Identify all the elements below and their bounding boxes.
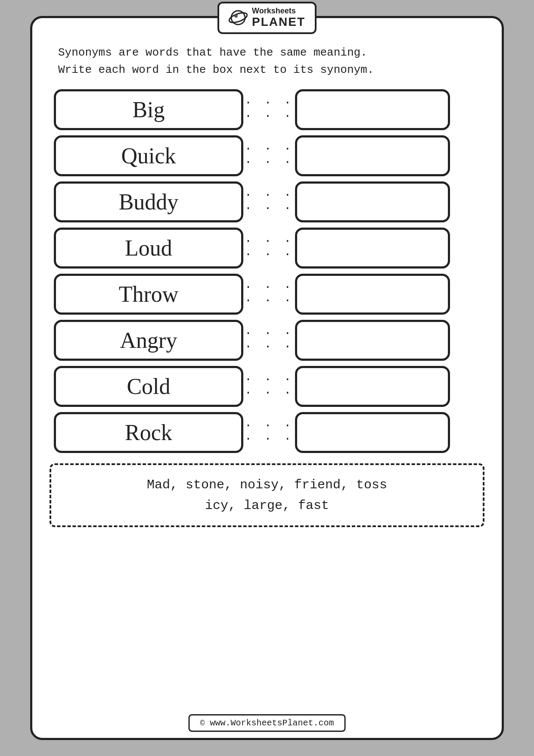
instructions: Synonyms are words that have the same me… (50, 44, 484, 79)
pair-row-rock: Rock · · · · · · (54, 412, 480, 453)
word-box-big: Big (54, 89, 243, 130)
dots-big: · · · · · · (243, 96, 295, 123)
word-box-angry: Angry (54, 320, 243, 361)
dots-throw: · · · · · · (243, 281, 295, 307)
copyright-icon: © (200, 719, 205, 728)
dots-angry: · · · · · · (243, 327, 295, 353)
answer-box-cold[interactable] (295, 366, 450, 407)
answer-box-big[interactable] (295, 89, 450, 130)
word-bank-line1: Mad, stone, noisy, friend, toss (64, 475, 470, 495)
pair-row-angry: Angry · · · · · · (54, 320, 480, 361)
logo-banner: Worksheets PLANET (217, 2, 317, 34)
instruction-line2: Write each word in the box next to its s… (58, 61, 476, 78)
dots-cold: · · · · · · (243, 373, 295, 400)
answer-box-quick[interactable] (295, 135, 450, 176)
word-box-quick: Quick (54, 135, 243, 176)
pair-row-throw: Throw · · · · · · (54, 274, 480, 315)
svg-point-2 (234, 14, 238, 18)
planet-logo-icon (229, 8, 248, 27)
logo-text: Worksheets PLANET (252, 7, 305, 29)
word-box-buddy: Buddy (54, 181, 243, 222)
pair-row-loud: Loud · · · · · · (54, 228, 480, 269)
word-box-rock: Rock (54, 412, 243, 453)
answer-box-angry[interactable] (295, 320, 450, 361)
pair-row-cold: Cold · · · · · · (54, 366, 480, 407)
dots-loud: · · · · · · (243, 234, 295, 261)
answer-box-rock[interactable] (295, 412, 450, 453)
word-box-throw: Throw (54, 274, 243, 315)
instruction-line1: Synonyms are words that have the same me… (58, 44, 476, 61)
worksheet-page: Worksheets PLANET Synonyms are words tha… (30, 16, 504, 740)
answer-box-throw[interactable] (295, 274, 450, 315)
footer-text: www.WorksheetsPlanet.com (210, 718, 334, 728)
dots-rock: · · · · · · (243, 419, 295, 446)
logo-worksheets-label: Worksheets (252, 7, 305, 16)
pair-row-quick: Quick · · · · · · (54, 135, 480, 176)
logo-planet-label: PLANET (252, 16, 305, 29)
dots-buddy: · · · · · · (243, 188, 295, 215)
pairs-container: Big · · · · · · Quick · · · · · · Buddy … (50, 89, 484, 453)
word-box-cold: Cold (54, 366, 243, 407)
word-bank: Mad, stone, noisy, friend, toss icy, lar… (50, 463, 484, 527)
pair-row-big: Big · · · · · · (54, 89, 480, 130)
footer: © www.WorksheetsPlanet.com (189, 714, 346, 732)
word-box-loud: Loud (54, 228, 243, 269)
answer-box-loud[interactable] (295, 228, 450, 269)
answer-box-buddy[interactable] (295, 181, 450, 222)
dots-quick: · · · · · · (243, 142, 295, 169)
word-bank-line2: icy, large, fast (64, 495, 470, 516)
pair-row-buddy: Buddy · · · · · · (54, 181, 480, 222)
